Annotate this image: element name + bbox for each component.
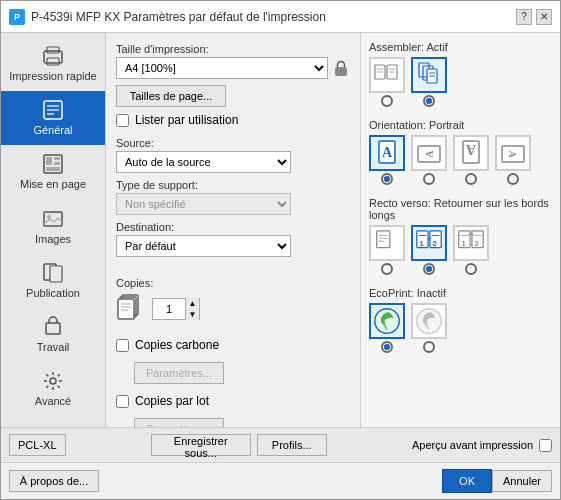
- duplex-radio-2[interactable]: [465, 263, 477, 275]
- params1-button[interactable]: Paramètres...: [134, 362, 224, 384]
- help-button[interactable]: ?: [516, 9, 532, 25]
- save-button[interactable]: Enregistrer sous...: [151, 434, 251, 456]
- travail-label: Travail: [37, 341, 70, 354]
- svg-rect-16: [46, 323, 60, 334]
- ecoprint-radio-1[interactable]: [423, 341, 435, 353]
- about-button[interactable]: À propos de...: [9, 470, 99, 492]
- duplex-long-icon[interactable]: 1 2: [411, 225, 447, 261]
- sidebar-item-publication[interactable]: Publication: [1, 254, 105, 308]
- svg-text:A: A: [465, 142, 476, 157]
- carbon-copies-row: Copies carbone: [116, 338, 350, 352]
- pcl-button[interactable]: PCL-XL: [9, 434, 66, 456]
- orientation-title: Orientation: Portrait: [369, 119, 552, 131]
- source-select[interactable]: Auto de la source: [116, 151, 291, 173]
- lot-copies-checkbox[interactable]: [116, 395, 129, 408]
- orientation-status: Portrait: [429, 119, 464, 131]
- ok-button[interactable]: OK: [442, 469, 492, 493]
- title-bar-controls: ? ✕: [516, 9, 552, 25]
- ecoprint-option-1: [411, 303, 447, 353]
- print-size-row: A4 [100%]: [116, 57, 350, 79]
- avance-icon: [42, 370, 64, 392]
- duplex-section: Recto verso: Retourner sur les bords lon…: [369, 197, 552, 275]
- params2-button[interactable]: Paramètres...: [134, 418, 224, 427]
- sidebar-item-avance[interactable]: Avancé: [1, 362, 105, 416]
- collate-section: Assembler: Actif: [369, 41, 552, 107]
- avance-label: Avancé: [35, 395, 72, 408]
- ecoprint-option-0: [369, 303, 405, 353]
- collate-icon-0[interactable]: [369, 57, 405, 93]
- ecoprint-active-icon[interactable]: [411, 303, 447, 339]
- simplex-icon[interactable]: [369, 225, 405, 261]
- right-panel: Assembler: Actif: [360, 33, 560, 427]
- svg-rect-2: [47, 58, 59, 65]
- sidebar-item-impression-rapide[interactable]: Impression rapide: [1, 37, 105, 91]
- copies-section: Copies: 1: [116, 277, 350, 326]
- svg-point-17: [50, 378, 56, 384]
- publication-icon: [42, 262, 64, 284]
- ecoprint-radio-0[interactable]: [381, 341, 393, 353]
- orientation-radio-3[interactable]: [507, 173, 519, 185]
- ecoprint-section: EcoPrint: Inactif: [369, 287, 552, 353]
- preview-label: Aperçu avant impression: [412, 439, 533, 451]
- spin-down-button[interactable]: ▼: [185, 309, 199, 320]
- print-size-section: Taille d'impression: A4 [100%]: [116, 43, 350, 79]
- ecoprint-title: EcoPrint: Inactif: [369, 287, 552, 299]
- destination-section: Destination: Par défaut: [116, 221, 350, 257]
- landscape-icon[interactable]: A: [411, 135, 447, 171]
- carbon-copies-checkbox[interactable]: [116, 339, 129, 352]
- svg-rect-15: [50, 266, 62, 282]
- svg-point-60: [375, 309, 399, 333]
- media-type-select[interactable]: Non spécifié: [116, 193, 291, 215]
- orientation-option-1: A: [411, 135, 447, 185]
- orientation-options-row: A A: [369, 135, 552, 185]
- duplex-radio-1[interactable]: [423, 263, 435, 275]
- svg-rect-11: [46, 167, 60, 171]
- svg-point-13: [47, 215, 51, 219]
- svg-point-61: [417, 309, 441, 333]
- svg-text:A: A: [382, 145, 393, 160]
- page-sizes-button[interactable]: Tailles de page...: [116, 85, 226, 107]
- window-title: P-4539i MFP KX Paramètres par défaut de …: [31, 10, 326, 24]
- portrait-icon[interactable]: A: [369, 135, 405, 171]
- sidebar-item-mise-en-page[interactable]: Mise en page: [1, 145, 105, 199]
- duplex-option-0: [369, 225, 405, 275]
- orientation-option-0: A: [369, 135, 405, 185]
- images-icon: [42, 208, 64, 230]
- duplex-options-row: 1 2: [369, 225, 552, 275]
- impression-rapide-icon: [42, 45, 64, 67]
- sidebar-item-images[interactable]: Images: [1, 200, 105, 254]
- duplex-radio-0[interactable]: [381, 263, 393, 275]
- portrait-reversed-icon[interactable]: A: [453, 135, 489, 171]
- ecoprint-inactive-icon[interactable]: [369, 303, 405, 339]
- close-button[interactable]: ✕: [536, 9, 552, 25]
- collate-label: Assembler:: [369, 41, 424, 53]
- cancel-button[interactable]: Annuler: [492, 470, 552, 492]
- svg-rect-8: [46, 157, 52, 165]
- duplex-short-icon[interactable]: 1 2: [453, 225, 489, 261]
- landscape-reversed-icon[interactable]: A: [495, 135, 531, 171]
- list-by-use-label: Lister par utilisation: [135, 113, 238, 127]
- profiles-button[interactable]: Profils...: [257, 434, 327, 456]
- orientation-radio-0[interactable]: [381, 173, 393, 185]
- sidebar-item-travail[interactable]: Travail: [1, 308, 105, 362]
- print-size-select[interactable]: A4 [100%]: [116, 57, 328, 79]
- orientation-radio-1[interactable]: [423, 173, 435, 185]
- copies-input[interactable]: 1: [153, 299, 185, 319]
- list-by-use-checkbox[interactable]: [116, 114, 129, 127]
- orientation-option-3: A: [495, 135, 531, 185]
- svg-rect-18: [335, 67, 347, 76]
- collate-radio-1[interactable]: [423, 95, 435, 107]
- impression-rapide-label: Impression rapide: [9, 70, 96, 83]
- destination-select[interactable]: Par défaut: [116, 235, 291, 257]
- main-window: P P-4539i MFP KX Paramètres par défaut d…: [0, 0, 561, 500]
- params2-row: Paramètres...: [134, 418, 350, 427]
- sidebar-item-general[interactable]: Général: [1, 91, 105, 145]
- orientation-radio-2[interactable]: [465, 173, 477, 185]
- duplex-title: Recto verso: Retourner sur les bords lon…: [369, 197, 552, 221]
- spin-up-button[interactable]: ▲: [185, 298, 199, 309]
- collate-icon-1[interactable]: [411, 57, 447, 93]
- collate-radio-0[interactable]: [381, 95, 393, 107]
- preview-checkbox[interactable]: [539, 439, 552, 452]
- content-area: Impression rapide Général: [1, 33, 560, 427]
- svg-rect-10: [54, 162, 60, 165]
